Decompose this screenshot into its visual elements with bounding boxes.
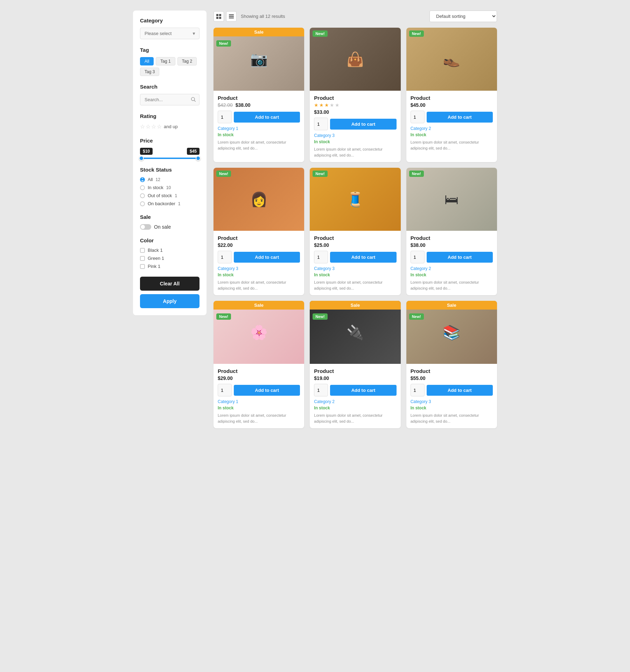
tag-btn-all[interactable]: All <box>140 57 154 65</box>
new-badge-5: New! <box>313 171 327 177</box>
product-grid: 📷 Sale New! Product $42.00 $38.00 Add to… <box>214 28 497 428</box>
clear-all-button[interactable]: Clear All <box>140 277 200 291</box>
product-category-4[interactable]: Category 3 <box>218 266 300 271</box>
stock-instock-count: 10 <box>166 185 171 190</box>
svg-line-1 <box>194 100 196 102</box>
qty-input-6[interactable] <box>411 251 425 263</box>
stock-outofstock-label: Out of stock <box>148 193 172 198</box>
list-view-button[interactable] <box>226 11 237 22</box>
color-item-black[interactable]: Black 1 <box>140 248 200 253</box>
qty-input-3[interactable] <box>411 111 425 123</box>
add-to-cart-btn-7[interactable]: Add to cart <box>234 385 300 396</box>
sale-toggle[interactable] <box>140 224 151 230</box>
add-to-cart-row-6: Add to cart <box>411 251 493 263</box>
price-slider-fill <box>141 158 198 159</box>
qty-input-8[interactable] <box>314 384 328 396</box>
color-item-green[interactable]: Green 1 <box>140 256 200 261</box>
product-category-3[interactable]: Category 2 <box>411 126 493 131</box>
svg-rect-3 <box>219 14 221 16</box>
product-category-8[interactable]: Category 2 <box>314 399 396 404</box>
apply-button[interactable]: Apply <box>140 294 200 308</box>
price-slider-track[interactable] <box>141 158 198 159</box>
tag-btn-2[interactable]: Tag 2 <box>177 57 197 65</box>
stock-all-count: 12 <box>155 177 160 182</box>
add-to-cart-row-1: Add to cart <box>218 111 300 123</box>
add-to-cart-btn-2[interactable]: Add to cart <box>330 119 396 130</box>
product-name-9: Product <box>411 368 493 374</box>
qty-input-4[interactable] <box>218 251 232 263</box>
add-to-cart-btn-4[interactable]: Add to cart <box>234 252 300 263</box>
toolbar-left: Showing all 12 results <box>214 11 285 22</box>
product-desc-2: Lorem ipsum dolor sit amet, consectetur … <box>314 146 396 158</box>
product-image-wrap-7: 🌸 Sale New! <box>214 301 304 364</box>
results-text: Showing all 12 results <box>241 14 285 19</box>
add-to-cart-btn-9[interactable]: Add to cart <box>427 385 493 396</box>
product-category-6[interactable]: Category 2 <box>411 266 493 271</box>
add-to-cart-btn-5[interactable]: Add to cart <box>330 252 396 263</box>
stock-option-backorder[interactable]: On backorder 1 <box>140 201 200 206</box>
product-image-8: 🔌 <box>310 301 400 364</box>
qty-input-9[interactable] <box>411 384 425 396</box>
product-info-8: Product $19.00 Add to cart Category 2 In… <box>310 364 400 428</box>
tag-btn-1[interactable]: Tag 1 <box>156 57 175 65</box>
product-category-7[interactable]: Category 1 <box>218 399 300 404</box>
star-2: ☆ <box>146 123 150 130</box>
category-select[interactable]: Please select <box>140 28 200 39</box>
sale-title: Sale <box>140 214 200 220</box>
svg-rect-2 <box>216 14 218 16</box>
color-pink-label: Pink 1 <box>148 264 160 269</box>
stock-radio-list: All 12 In stock 10 Out of stock 1 On bac… <box>140 177 200 206</box>
stock-outofstock-count: 1 <box>175 193 177 198</box>
product-name-6: Product <box>411 235 493 241</box>
qty-input-2[interactable] <box>314 118 328 130</box>
stock-option-all[interactable]: All 12 <box>140 177 200 182</box>
grid-view-button[interactable] <box>214 11 224 22</box>
add-to-cart-btn-8[interactable]: Add to cart <box>330 385 396 396</box>
color-check-black <box>140 248 145 253</box>
qty-input-7[interactable] <box>218 384 232 396</box>
product-stock-9: In stock <box>411 406 493 410</box>
color-green-label: Green 1 <box>148 256 164 261</box>
product-image-9: 📚 <box>406 301 497 364</box>
product-category-2[interactable]: Category 3 <box>314 133 396 138</box>
qty-input-1[interactable] <box>218 111 232 123</box>
add-to-cart-btn-1[interactable]: Add to cart <box>234 112 300 123</box>
toolbar: Showing all 12 results Default sorting S… <box>214 11 497 22</box>
product-card-6: 🛏 New! Product $38.00 Add to cart Catego… <box>406 168 497 295</box>
product-stock-7: In stock <box>218 406 300 410</box>
new-badge-2: New! <box>313 30 327 37</box>
add-to-cart-btn-6[interactable]: Add to cart <box>427 252 493 263</box>
color-list: Black 1 Green 1 Pink 1 <box>140 248 200 269</box>
product-info-6: Product $38.00 Add to cart Category 2 In… <box>406 231 497 295</box>
new-badge-3: New! <box>409 30 424 37</box>
sort-select[interactable]: Default sorting Sort by popularity Sort … <box>429 11 497 22</box>
product-name-3: Product <box>411 95 493 101</box>
product-stock-4: In stock <box>218 272 300 277</box>
stock-option-instock[interactable]: In stock 10 <box>140 185 200 190</box>
product-category-1[interactable]: Category 1 <box>218 126 300 131</box>
category-select-wrapper: Please select ▼ <box>140 28 200 39</box>
add-to-cart-btn-3[interactable]: Add to cart <box>427 112 493 123</box>
product-image-5: 🧵 <box>310 168 400 231</box>
stock-option-outofstock[interactable]: Out of stock 1 <box>140 193 200 198</box>
price-handle-min[interactable] <box>139 156 144 161</box>
rating-label: and up <box>164 124 178 129</box>
svg-rect-7 <box>229 16 234 17</box>
product-category-9[interactable]: Category 3 <box>411 399 493 404</box>
rating-stars[interactable]: ☆ ☆ ☆ ☆ <box>140 123 162 130</box>
product-price-1: $42.00 $38.00 <box>218 102 300 108</box>
product-price-4: $22.00 <box>218 242 300 248</box>
sidebar-color-section: Color Black 1 Green 1 Pink 1 <box>140 237 200 269</box>
product-image-wrap-2: 👜 New! <box>310 28 400 91</box>
price-handle-max[interactable] <box>196 156 201 161</box>
qty-input-5[interactable] <box>314 251 328 263</box>
toggle-knob-icon <box>141 225 145 229</box>
search-icon-button[interactable] <box>190 96 196 103</box>
sale-toggle-row: On sale <box>140 224 200 230</box>
tag-btn-3[interactable]: Tag 3 <box>140 68 159 76</box>
price-new-8: $19.00 <box>314 375 329 381</box>
product-desc-3: Lorem ipsum dolor sit amet, consectetur … <box>411 139 493 151</box>
product-desc-8: Lorem ipsum dolor sit amet, consectetur … <box>314 413 396 424</box>
color-item-pink[interactable]: Pink 1 <box>140 264 200 269</box>
product-category-5[interactable]: Category 3 <box>314 266 396 271</box>
